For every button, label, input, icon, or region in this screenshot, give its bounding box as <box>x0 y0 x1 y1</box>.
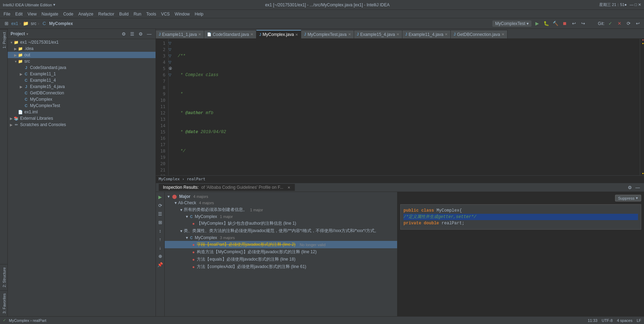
inspection-equals[interactable]: ● 方法【equals】必须使用javadoc形式的注释 (line 18) <box>165 256 397 263</box>
tree-item-example11-4[interactable]: C Example11_4 <box>8 77 156 83</box>
inspection-sort-icon[interactable]: ↕ <box>157 227 164 234</box>
panel-minimize-icon[interactable]: — <box>634 184 641 191</box>
inspection-author-rule[interactable]: ▾ 所有的类都必须添加创建者信息。 1 major <box>165 206 397 213</box>
sidebar-dropdown[interactable]: ▾ <box>26 32 28 36</box>
tab-icon-codestandard: 📄 <box>207 32 211 36</box>
menu-analyze[interactable]: Analyze <box>76 11 96 17</box>
breadcrumb-src[interactable]: src <box>31 21 36 26</box>
menu-code[interactable]: Code <box>61 11 75 17</box>
tab-close-getdbconnection[interactable]: ✕ <box>502 32 504 36</box>
inspection-pin-icon[interactable]: 📌 <box>157 261 164 268</box>
git-check-icon[interactable]: ✓ <box>607 20 614 27</box>
rerun-button[interactable]: ↩ <box>570 20 577 27</box>
inspection-major[interactable]: ▾ ⬤ Major 4 majors <box>165 193 397 200</box>
run-inspection-icon[interactable]: ▶ <box>157 193 164 200</box>
redo-button[interactable]: ↪ <box>579 20 587 27</box>
toolbar-icon-1[interactable]: ⊞ <box>3 20 10 27</box>
inspection-list-icon[interactable]: ☰ <box>157 210 164 217</box>
menu-navigate[interactable]: Navigate <box>40 11 60 17</box>
git-history-icon[interactable]: ⟳ <box>625 20 632 27</box>
window-controls[interactable]: — □ ✕ <box>630 2 641 7</box>
sidebar-gear-icon[interactable]: ⚙ <box>137 30 144 37</box>
breadcrumb-mycomplex[interactable]: MyComplex <box>49 21 73 26</box>
run-button[interactable]: ▶ <box>534 20 541 27</box>
tab-close-codestandard[interactable]: ✕ <box>250 32 253 36</box>
tab-close-example11-1[interactable]: ✕ <box>198 32 201 36</box>
debug-button[interactable]: 🐛 <box>543 20 550 27</box>
run-config-label: MyComplexTest <box>495 21 525 26</box>
tab-close-example15-4[interactable]: ✕ <box>396 32 399 36</box>
tab-close-example11-4[interactable]: ✕ <box>445 32 448 36</box>
sidebar-settings-icon[interactable]: ⚙ <box>120 30 127 37</box>
vtab-favorites[interactable]: 3: Favorites <box>0 290 7 316</box>
tree-item-external[interactable]: ▶ 📚 External Libraries <box>8 115 156 122</box>
menu-tools[interactable]: Tools <box>144 11 158 17</box>
inspection-down-icon[interactable]: ↓ <box>157 244 164 251</box>
menu-window[interactable]: Window <box>172 11 192 17</box>
menu-run[interactable]: Run <box>132 11 144 17</box>
menu-view[interactable]: View <box>25 11 39 17</box>
menu-vcs[interactable]: VCS <box>159 11 172 17</box>
sidebar-collapse-icon[interactable]: — <box>146 30 153 37</box>
vtab-project[interactable]: 1: Project <box>0 29 7 51</box>
rerun-icon[interactable]: ⟳ <box>157 202 164 209</box>
tree-item-out[interactable]: ▶ 📁 out <box>8 52 156 58</box>
git-x-icon[interactable]: ✕ <box>616 20 623 27</box>
tab-example11-4[interactable]: J Example11_4.java ✕ <box>402 30 451 38</box>
inspection-complexadd[interactable]: ● 方法【complexAdd】必须使用javadoc形式的注释 (line 6… <box>165 263 397 270</box>
tab-example11-1[interactable]: J Example11_1.java ✕ <box>156 30 204 38</box>
tree-item-example11-1[interactable]: ▶ C Example11_1 <box>8 71 156 77</box>
tree-item-src[interactable]: ▾ 📁 src <box>8 58 156 64</box>
inspection-up-icon[interactable]: ↑ <box>157 236 164 243</box>
app-dropdown-arrow[interactable]: ▾ <box>53 2 55 7</box>
tab-mycomplextest[interactable]: J MyComplexTest.java ✕ <box>301 30 354 38</box>
title-bar: IntelliJ IDEA Ultimate Edition ▾ ex1 [~/… <box>0 0 644 10</box>
inspection-toolbar: ▶ ⟳ ☰ ⊞ ↕ ↑ ↓ ⊕ 📌 <box>156 192 165 316</box>
app-name[interactable]: IntelliJ IDEA Ultimate Edition ▾ <box>3 2 55 7</box>
inspection-filter-icon[interactable]: ⊞ <box>157 219 164 226</box>
inspection-ali-check[interactable]: ▾ Ali-Check 4 majors <box>165 200 397 206</box>
tab-codestandard[interactable]: 📄 CodeStandard.java ✕ <box>204 30 256 38</box>
menu-build[interactable]: Build <box>117 11 131 17</box>
suppress-button[interactable]: Suppress ▾ <box>615 195 641 201</box>
stop-button[interactable]: ⏹ <box>561 20 568 27</box>
inspection-expand-icon[interactable]: ⊕ <box>157 253 164 260</box>
panel-tab-inspection[interactable]: Inspection Results: of 'Alibaba Coding G… <box>159 184 295 191</box>
panel-tab-close[interactable]: ✕ <box>287 186 290 189</box>
inspection-constructor[interactable]: ● 构造方法【MyComplex()】必须使用javadoc形式的注释 (lin… <box>165 248 397 256</box>
menu-help[interactable]: Help <box>193 11 206 17</box>
tree-item-codestandard[interactable]: J CodeStandard.java <box>8 64 156 71</box>
inspection-line1[interactable]: ● 【MyComplex】缺少包含@author的注释信息 (line 1) <box>165 220 397 227</box>
inspection-javadoc-rule[interactable]: ▾ 类、类属性、类方法的注释必须使用javadoc规范，使用/**内容*/格式，… <box>165 227 397 235</box>
breadcrumb-ex1[interactable]: ex1 <box>11 21 18 26</box>
tab-getdbconnection[interactable]: J GetDBConnection.java ✕ <box>451 30 508 38</box>
vtab-structure[interactable]: 2: Structure <box>0 264 7 290</box>
inspection-mycomplex-1[interactable]: ▾ C MyComplex 1 major <box>165 213 397 220</box>
tree-item-mycomplex[interactable]: C MyComplex <box>8 96 156 102</box>
tab-mycomplex[interactable]: J MyComplex.java ✕ <box>256 30 301 38</box>
menu-refactor[interactable]: Refactor <box>96 11 116 17</box>
build-button[interactable]: 🔨 <box>552 20 559 27</box>
run-config-dropdown[interactable]: MyComplexTest ▾ <box>492 20 531 27</box>
tab-close-mycomplextest[interactable]: ✕ <box>348 32 351 36</box>
menu-edit[interactable]: Edit <box>13 11 25 17</box>
editor-scrollbar[interactable] <box>640 39 644 175</box>
tab-example15-4[interactable]: J Example15_4.java ✕ <box>354 30 402 38</box>
tree-item-getdbconnection[interactable]: C GetDBConnection <box>8 90 156 96</box>
folder-icon: 📁 <box>22 20 29 27</box>
tree-item-example15-4[interactable]: ▶ J Example15_4.java <box>8 83 156 90</box>
tab-close-mycomplex[interactable]: ✕ <box>295 33 298 37</box>
tree-item-mycomplextest[interactable]: C MyComplexTest <box>8 102 156 109</box>
menu-file[interactable]: File <box>1 11 12 17</box>
inspection-realpart[interactable]: ● 字段【realPart】必须使用javadoc形式的注释 (line 2) … <box>165 241 397 248</box>
tree-item-iml[interactable]: 📄 ex1.iml <box>8 109 156 115</box>
sidebar-filter-icon[interactable]: ☰ <box>129 30 136 37</box>
inspection-mycomplex-3[interactable]: ▾ C MyComplex 3 majors <box>165 235 397 241</box>
panel-settings-icon[interactable]: ⚙ <box>626 184 633 191</box>
tree-item-scratches[interactable]: ▶ ✏ Scratches and Consoles <box>8 122 156 128</box>
editor-area[interactable]: 12345 678910 1112131415 1617181920 21222… <box>156 39 644 182</box>
code-editor[interactable]: /** * Complex class * * @author mfb * @d… <box>175 39 640 175</box>
tree-item-idea[interactable]: ▶ 📁 .idea <box>8 45 156 52</box>
git-undo-icon[interactable]: ↩ <box>634 20 641 27</box>
tree-item-ex1[interactable]: ▾ 📁 ex1 ~/20175301/ex1 <box>8 39 156 45</box>
